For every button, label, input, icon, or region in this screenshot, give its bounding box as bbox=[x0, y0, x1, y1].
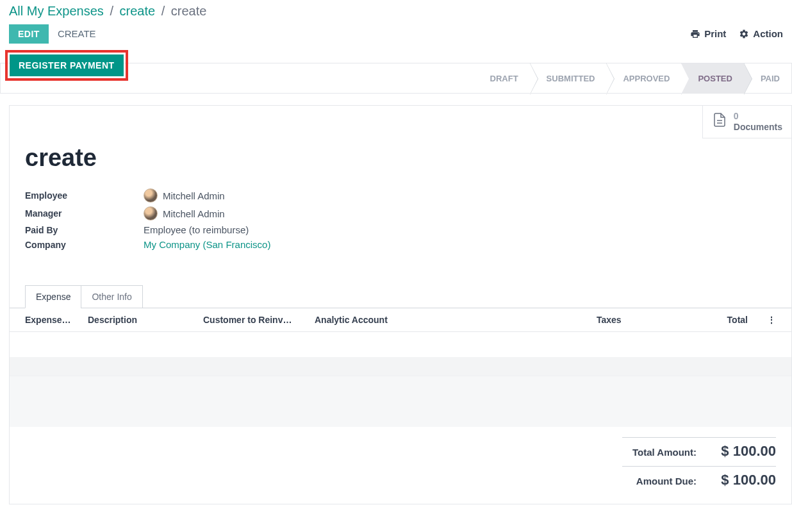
amount-due-value: $ 100.00 bbox=[712, 472, 776, 488]
total-amount-label: Total Amount: bbox=[632, 447, 697, 458]
status-posted[interactable]: POSTED bbox=[681, 63, 743, 93]
employee-value: Mitchell Admin bbox=[144, 188, 225, 203]
col-analytic: Analytic Account bbox=[315, 315, 597, 325]
status-label: PAID bbox=[761, 74, 780, 83]
documents-count: 0 bbox=[734, 111, 782, 122]
print-label: Print bbox=[704, 28, 726, 39]
printer-icon bbox=[690, 29, 700, 39]
document-icon bbox=[712, 111, 727, 129]
total-amount-value: $ 100.00 bbox=[712, 443, 776, 460]
company-value[interactable]: My Company (San Francisco) bbox=[144, 239, 270, 250]
status-submitted[interactable]: SUBMITTED bbox=[530, 63, 607, 93]
action-label: Action bbox=[753, 28, 783, 39]
manager-label: Manager bbox=[25, 208, 144, 219]
employee-label: Employee bbox=[25, 190, 144, 201]
documents-label: Documents bbox=[734, 122, 782, 133]
form-sheet: 0 Documents create Employee Mitchell Adm… bbox=[9, 105, 792, 504]
register-payment-button[interactable]: REGISTER PAYMENT bbox=[10, 54, 124, 76]
paidby-value: Employee (to reimburse) bbox=[144, 224, 249, 235]
breadcrumb-sep: / bbox=[110, 4, 113, 18]
col-menu-icon[interactable]: ⋮ bbox=[763, 315, 776, 325]
col-total: Total bbox=[712, 315, 763, 325]
page-title: create bbox=[10, 106, 791, 188]
print-button[interactable]: Print bbox=[690, 28, 726, 39]
avatar-icon bbox=[144, 206, 158, 220]
field-group: Employee Mitchell Admin Manager Mitchell… bbox=[10, 188, 791, 269]
breadcrumb-root[interactable]: All My Expenses bbox=[9, 4, 104, 18]
edit-button[interactable]: EDIT bbox=[9, 24, 49, 44]
col-customer: Customer to Reinv… bbox=[203, 315, 315, 325]
highlight-annotation: REGISTER PAYMENT bbox=[5, 50, 128, 81]
employee-name: Mitchell Admin bbox=[163, 190, 225, 201]
status-label: POSTED bbox=[698, 74, 732, 83]
amount-due-label: Amount Due: bbox=[636, 476, 697, 486]
manager-value: Mitchell Admin bbox=[144, 206, 225, 220]
status-draft[interactable]: DRAFT bbox=[474, 63, 530, 93]
tab-other-info[interactable]: Other Info bbox=[81, 285, 142, 308]
status-bar: DRAFT SUBMITTED APPROVED POSTED PAID bbox=[474, 63, 791, 93]
gear-icon bbox=[739, 29, 749, 39]
status-label: DRAFT bbox=[490, 74, 518, 83]
spacer bbox=[10, 376, 791, 427]
status-label: APPROVED bbox=[623, 74, 670, 83]
table-header: Expense… Description Customer to Reinv… … bbox=[10, 308, 791, 332]
breadcrumb-current: create bbox=[171, 4, 207, 18]
table-body-empty bbox=[10, 332, 791, 358]
manager-name: Mitchell Admin bbox=[163, 208, 225, 219]
col-taxes: Taxes bbox=[597, 315, 712, 325]
breadcrumb: All My Expenses / create / create bbox=[0, 0, 792, 24]
totals: Total Amount: $ 100.00 Amount Due: $ 100… bbox=[10, 427, 791, 504]
company-label: Company bbox=[25, 240, 144, 250]
breadcrumb-sep: / bbox=[161, 4, 165, 18]
spacer bbox=[10, 358, 791, 376]
tab-expense[interactable]: Expense bbox=[25, 285, 81, 308]
col-expense-date: Expense… bbox=[25, 315, 88, 325]
action-button[interactable]: Action bbox=[739, 28, 783, 39]
paidby-label: Paid By bbox=[25, 225, 144, 235]
status-label: SUBMITTED bbox=[547, 74, 595, 83]
tabs: Expense Other Info bbox=[10, 269, 791, 308]
action-row: EDIT CREATE Print Action bbox=[0, 24, 792, 50]
status-approved[interactable]: APPROVED bbox=[606, 63, 681, 93]
documents-button[interactable]: 0 Documents bbox=[702, 106, 791, 138]
create-button[interactable]: CREATE bbox=[56, 24, 97, 44]
avatar-icon bbox=[144, 188, 158, 203]
col-description: Description bbox=[88, 315, 203, 325]
breadcrumb-mid[interactable]: create bbox=[120, 4, 156, 18]
